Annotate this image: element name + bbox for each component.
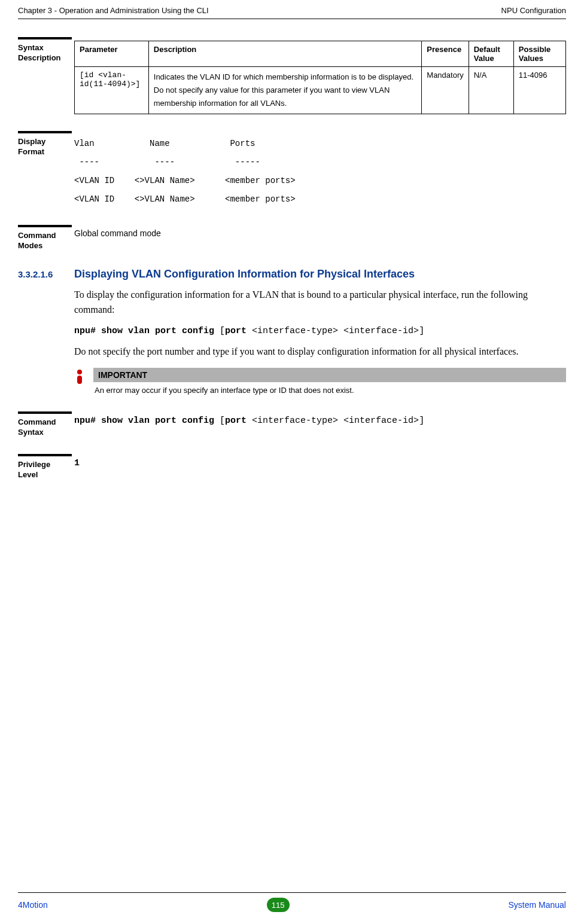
label-line2: Syntax	[18, 428, 44, 437]
display-format-text: Vlan Name Ports ---- ---- ----- <VLAN ID…	[74, 135, 566, 208]
col-possible: Possible Values	[513, 41, 565, 67]
syntax-description-section: Syntax Description Parameter Description…	[18, 37, 566, 114]
header-left: Chapter 3 - Operation and Administration…	[18, 6, 209, 15]
label-line1: Command	[18, 417, 56, 426]
label-line2: Format	[18, 147, 44, 156]
label-line1: Privilege	[18, 460, 50, 469]
section-heading: 3.3.2.1.6 Displaying VLAN Configuration …	[18, 268, 566, 280]
cell-parameter: [id <vlan-id(11-4094)>]	[75, 67, 149, 114]
cell-default: N/A	[469, 67, 513, 114]
privilege-value: 1	[74, 458, 80, 468]
page-header: Chapter 3 - Operation and Administration…	[0, 0, 584, 19]
cmd-plain-2: <interface-type> <interface-id>]	[247, 326, 424, 336]
cmd-bold-1: npu# show vlan port config	[74, 326, 214, 336]
cell-description: Indicates the VLAN ID for which membersh…	[148, 67, 422, 114]
command-modes-label: Command Modes	[18, 225, 72, 251]
header-right: NPU Configuration	[501, 6, 566, 15]
display-format-label: Display Format	[18, 131, 72, 157]
privilege-level-section: Privilege Level 1	[18, 454, 566, 480]
cs-bold-1: npu# show vlan port config	[74, 416, 214, 426]
cmd-plain-1: [	[214, 326, 225, 336]
command-syntax-label: Command Syntax	[18, 411, 72, 438]
privilege-level-label: Privilege Level	[18, 454, 72, 480]
paragraph-1: To display the configuration information…	[74, 288, 566, 318]
table-header-row: Parameter Description Presence Default V…	[75, 41, 566, 67]
command-syntax-value: npu# show vlan port config [port <interf…	[74, 416, 424, 426]
command-example-1: npu# show vlan port config [port <interf…	[74, 326, 566, 336]
important-callout: IMPORTANT An error may occur if you spec…	[74, 368, 566, 395]
cell-possible: 11-4096	[513, 67, 565, 114]
col-parameter: Parameter	[75, 41, 149, 67]
footer-right: System Manual	[509, 900, 566, 910]
command-syntax-section: Command Syntax npu# show vlan port confi…	[18, 411, 566, 438]
table-row: [id <vlan-id(11-4094)>] Indicates the VL…	[75, 67, 566, 114]
cs-bold-2: port	[225, 416, 247, 426]
page-footer: 4Motion 115 System Manual	[18, 892, 566, 912]
heading-number: 3.3.2.1.6	[18, 269, 74, 279]
display-format-section: Display Format Vlan Name Ports ---- ----…	[18, 131, 566, 208]
svg-rect-1	[77, 376, 82, 384]
svg-point-0	[77, 370, 82, 374]
label-line2: Modes	[18, 241, 42, 250]
heading-text: Displaying VLAN Configuration Informatio…	[74, 268, 415, 280]
page-number: 115	[267, 898, 290, 912]
label-line2: Description	[18, 53, 61, 62]
important-note: An error may occur if you specify an int…	[93, 386, 566, 395]
cell-presence: Mandatory	[422, 67, 469, 114]
command-modes-value: Global command mode	[74, 228, 161, 238]
cs-plain-2: <interface-type> <interface-id>]	[247, 416, 424, 426]
label-line2: Level	[18, 470, 38, 479]
syntax-description-label: Syntax Description	[18, 37, 72, 63]
cmd-bold-2: port	[225, 326, 247, 336]
label-line1: Command	[18, 231, 56, 240]
col-presence: Presence	[422, 41, 469, 67]
command-modes-section: Command Modes Global command mode	[18, 225, 566, 251]
paragraph-2: Do not specify the port number and type …	[74, 344, 566, 359]
footer-rule	[18, 892, 566, 893]
col-default: Default Value	[469, 41, 513, 67]
header-rule	[18, 19, 566, 19]
label-line1: Syntax	[18, 43, 44, 52]
info-icon	[74, 368, 86, 386]
cs-plain-1: [	[214, 416, 225, 426]
important-title: IMPORTANT	[93, 368, 566, 382]
col-description: Description	[148, 41, 422, 67]
label-line1: Display	[18, 137, 45, 146]
syntax-table: Parameter Description Presence Default V…	[74, 41, 566, 114]
footer-left: 4Motion	[18, 900, 48, 910]
